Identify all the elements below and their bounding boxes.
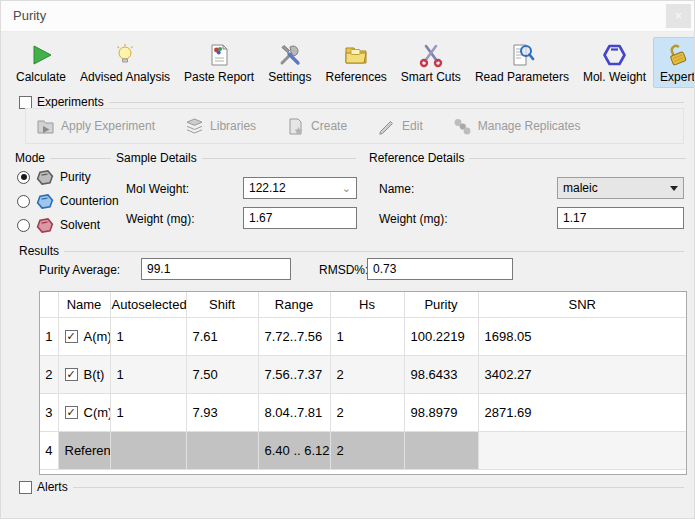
dropdown-arrow-icon[interactable] [670,186,678,191]
radio-button[interactable] [17,171,30,184]
groupbox-line [109,102,684,103]
hexagon-blue-icon [35,193,55,210]
purity-average-input[interactable] [141,258,291,280]
name-cell[interactable]: A(m) [58,318,110,356]
peaks-table-container: Name Autoselected Shift Range Hs Purity … [39,291,687,475]
calculate-button[interactable]: Calculate [9,37,73,88]
paste-report-button[interactable]: Paste Report [177,37,261,88]
row-checkbox[interactable] [65,330,78,343]
reference-details-label: Reference Details [369,151,464,165]
column-header-shift[interactable]: Shift [186,292,258,318]
purity-average-label: Purity Average: [39,263,120,277]
autoselected-cell[interactable]: 1 [110,394,186,432]
row-number: 4 [40,432,58,470]
apply-experiment-button[interactable]: Apply Experiment [36,117,155,136]
mol-weight-button[interactable]: Mol. Weight [576,37,653,88]
purity-cell[interactable]: 98.8979 [404,394,478,432]
row-checkbox[interactable] [65,368,78,381]
reference-weight-input[interactable] [557,207,684,229]
radio-button[interactable] [17,195,30,208]
padlock-open-icon [664,42,690,68]
mode-option-label: Counterion [60,194,119,208]
row-number-header [40,292,58,318]
purity-cell[interactable]: 100.2219 [404,318,478,356]
shift-cell[interactable]: 7.61 [186,318,258,356]
experiment-button-label: Edit [402,119,423,133]
peak-name: C(m) [84,405,111,420]
hexagon-red-icon [35,217,55,234]
name-cell[interactable]: B(t) [58,356,110,394]
expert-button[interactable]: Expert [653,37,695,88]
name-cell[interactable]: C(m) [58,394,110,432]
smart-cuts-button[interactable]: Smart Cuts [394,37,468,88]
row-number: 2 [40,356,58,394]
create-button[interactable]: Create [286,117,347,136]
range-cell[interactable]: 8.04..7.81 [258,394,330,432]
purity-cell[interactable]: 98.6433 [404,356,478,394]
references-button[interactable]: References [318,37,393,88]
chevron-down-icon[interactable]: ⌄ [342,183,351,194]
range-cell[interactable]: 6.40 .. 6.12 [258,432,330,470]
radio-button[interactable] [17,219,30,232]
folder-icon [343,42,369,68]
toolbar-label: References [325,70,386,84]
snr-cell[interactable]: 2871.69 [478,394,686,432]
range-cell[interactable]: 7.72..7.56 [258,318,330,356]
settings-button[interactable]: Settings [261,37,318,88]
close-button[interactable]: × [666,4,691,28]
pencil-icon [377,117,396,136]
mode-option-purity[interactable]: Purity [17,167,91,187]
autoselected-cell[interactable]: 1 [110,318,186,356]
name-cell[interactable]: Reference... [58,432,110,470]
libraries-button[interactable]: Libraries [185,117,256,136]
column-header-hs[interactable]: Hs [330,292,404,318]
reference-weight-label: Weight (mg): [379,212,447,226]
shift-cell[interactable] [186,432,258,470]
reference-name-dropdown[interactable]: maleic [557,177,684,199]
experiment-button-label: Libraries [210,119,256,133]
read-parameters-button[interactable]: Read Parameters [468,37,576,88]
purity-cell[interactable] [404,432,478,470]
toolbar-label: Settings [268,70,311,84]
table-row: 1 A(m) 1 7.61 7.72..7.56 1 100.2219 1698… [40,318,686,356]
snr-cell[interactable] [478,432,686,470]
hs-cell[interactable]: 2 [330,356,404,394]
mol-weight-combobox[interactable]: 122.12 ⌄ [243,177,357,199]
hs-cell[interactable]: 2 [330,394,404,432]
toolbar-label: Paste Report [184,70,254,84]
experiments-label: Experiments [37,95,104,109]
manage-replicates-button[interactable]: Manage Replicates [453,117,581,136]
document-search-icon [509,42,535,68]
alerts-checkbox[interactable] [19,481,32,494]
autoselected-cell[interactable] [110,432,186,470]
shift-cell[interactable]: 7.93 [186,394,258,432]
rmsd-input[interactable] [367,258,513,280]
scissors-icon [418,42,444,68]
snr-cell[interactable]: 3402.27 [478,356,686,394]
snr-cell[interactable]: 1698.05 [478,318,686,356]
column-header-purity[interactable]: Purity [404,292,478,318]
mode-option-solvent[interactable]: Solvent [17,215,100,235]
hs-cell[interactable]: 2 [330,432,404,470]
experiments-checkbox[interactable] [19,96,32,109]
autoselected-cell[interactable]: 1 [110,356,186,394]
column-header-name[interactable]: Name [58,292,110,318]
advised-analysis-button[interactable]: Advised Analysis [73,37,177,88]
row-checkbox[interactable] [65,406,78,419]
toolbar-label: Expert [660,70,695,84]
groupbox-line [50,158,111,159]
column-header-autoselected[interactable]: Autoselected [110,292,186,318]
edit-button[interactable]: Edit [377,117,423,136]
range-cell[interactable]: 7.56..7.37 [258,356,330,394]
sample-weight-input[interactable] [243,207,357,229]
rmsd-label: RMSD%: [319,263,368,277]
mode-option-counterion[interactable]: Counterion [17,191,119,211]
peak-name: B(t) [84,367,105,382]
toolbar-label: Read Parameters [475,70,569,84]
peak-name: A(m) [84,329,111,344]
shift-cell[interactable]: 7.50 [186,356,258,394]
column-header-range[interactable]: Range [258,292,330,318]
row-number: 3 [40,394,58,432]
hs-cell[interactable]: 1 [330,318,404,356]
column-header-snr[interactable]: SNR [478,292,686,318]
